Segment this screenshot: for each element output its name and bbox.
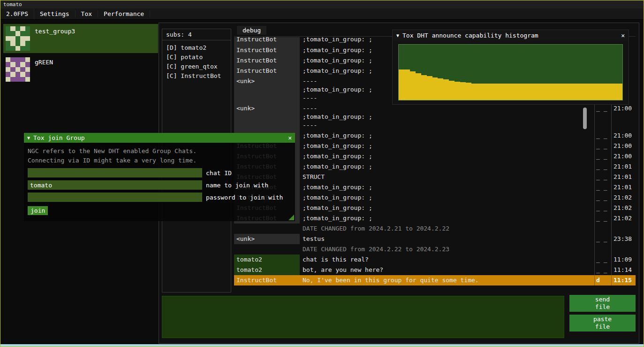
collapse-icon[interactable]: ▼ (396, 30, 399, 41)
histogram-bar (594, 84, 600, 100)
message-row: <unk>testus_ _23:38 (234, 234, 636, 244)
message-sender: InstructBot (234, 55, 300, 66)
send-file-button[interactable]: send file (569, 295, 636, 312)
join-description-line1: NGC refers to the New DHT enabled Group … (28, 147, 291, 156)
message-flags: _ _ (594, 172, 611, 182)
message-sender: <unk> (234, 234, 300, 244)
subs-item: [C] InstructBot (166, 71, 227, 81)
histogram-bar (561, 84, 567, 100)
histogram-bar (567, 84, 572, 100)
message-sender: tomato2 (234, 265, 300, 275)
close-icon[interactable]: ✕ (621, 30, 625, 41)
histogram-bar (477, 84, 483, 100)
menu-settings[interactable]: Settings (34, 10, 76, 17)
histogram-bar (583, 84, 589, 100)
date-separator-row: DATE CHANGED from 2024.2.22 to 2024.2.23 (234, 244, 636, 254)
message-text: bot, are you new here? (300, 265, 594, 275)
message-time: 21:01 (611, 172, 636, 182)
message-row: InstructBotNo, I've been in this group f… (234, 275, 636, 285)
message-text: STRUCT (300, 172, 594, 182)
message-sender: InstructBot (234, 275, 300, 285)
histogram-bar (500, 84, 505, 100)
message-sender (234, 224, 300, 234)
message-sender: tomato2 (234, 254, 300, 265)
message-text: ;tomato_in_group: ; (300, 182, 594, 193)
message-row: tomato2bot, are you new here?_ _11:14 (234, 265, 636, 275)
collapse-icon[interactable]: ▼ (27, 133, 30, 143)
join-button[interactable]: join (28, 206, 48, 215)
group-avatar (6, 26, 30, 51)
message-time: 21:00 (611, 151, 636, 162)
message-sender: <unk> (234, 103, 300, 131)
histogram-bar (550, 84, 555, 100)
histogram-bar (483, 84, 488, 100)
join-group-body: NGC refers to the New DHT enabled Group … (24, 143, 295, 221)
subs-item: [D] tomato2 (166, 43, 227, 53)
window-bottom-edge (0, 344, 644, 347)
histogram-bar (494, 84, 500, 100)
message-time: 21:00 (611, 103, 636, 131)
menu-items: SettingsToxPerformance (34, 8, 150, 19)
group-list: test_group3gREEN (3, 24, 158, 86)
histogram-bar (544, 84, 550, 100)
group-avatar (6, 57, 30, 82)
resize-grip-icon[interactable] (288, 215, 294, 220)
menu-performance[interactable]: Performance (98, 10, 150, 17)
message-flags: _ _ (594, 141, 611, 151)
paste-file-button[interactable]: paste file (569, 315, 636, 332)
message-sender: InstructBot (234, 45, 300, 55)
message-text: ;tomato_in_group: ; (300, 141, 594, 151)
histogram-window: ▼ Tox DHT announce capability histogram … (392, 30, 629, 105)
message-sender: InstructBot (234, 37, 300, 45)
message-time (611, 244, 636, 254)
histogram-bar (438, 78, 443, 100)
message-flags: _ _ (594, 193, 611, 203)
histogram-bar (421, 75, 427, 100)
tab-debug[interactable]: debug (237, 26, 266, 35)
message-time: 21:02 (611, 193, 636, 203)
message-time: 11:14 (611, 265, 636, 275)
histogram-bar (449, 81, 455, 100)
histogram-bar (443, 79, 449, 100)
join-group-title: Tox join Group (33, 133, 85, 143)
join-password-row: password to join with (28, 193, 291, 202)
message-flags: _ _ (594, 234, 611, 244)
histogram-bar (589, 84, 594, 100)
chat-id-label: chat ID (206, 170, 232, 177)
subs-item: [C] potato (166, 53, 227, 62)
message-time: 21:01 (611, 162, 636, 172)
message-time: 11:15 (611, 275, 636, 285)
group-item-gREEN[interactable]: gREEN (3, 55, 158, 84)
message-input[interactable] (162, 296, 564, 338)
histogram-bar (606, 84, 611, 100)
histogram-bar (404, 69, 410, 100)
menu-tox[interactable]: Tox (76, 10, 98, 17)
histogram-bar (600, 84, 606, 100)
histogram-bar (533, 84, 538, 100)
histogram-bar (399, 69, 404, 100)
message-flags: d (594, 275, 611, 285)
message-time: 21:02 (611, 203, 636, 213)
scrollbar-thumb[interactable] (583, 108, 587, 129)
menu-bar: 2.0FPS SettingsToxPerformance (0, 8, 644, 20)
histogram-bar (410, 71, 416, 100)
message-text: ---- ;tomato_in_group: ; ---- (300, 103, 594, 131)
histogram-bar (527, 84, 533, 100)
histogram-bar (522, 84, 527, 100)
histogram-bar (611, 84, 617, 100)
histogram-bar (505, 84, 511, 100)
message-text: chat is this real? (300, 254, 594, 265)
group-item-test_group3[interactable]: test_group3 (3, 24, 158, 53)
chat-id-input[interactable] (28, 168, 202, 177)
message-text: DATE CHANGED from 2024.2.21 to 2024.2.22 (300, 224, 594, 234)
window-title: tomato (3, 1, 22, 8)
join-name-input[interactable] (28, 180, 202, 190)
message-row: <unk>---- ;tomato_in_group: ; ----_ _21:… (234, 103, 636, 131)
close-icon[interactable]: ✕ (288, 133, 292, 143)
join-password-input[interactable] (28, 193, 202, 202)
message-time: 11:09 (611, 254, 636, 265)
join-name-row: name to join with (28, 180, 291, 190)
message-flags: _ _ (594, 254, 611, 265)
message-time: 21:00 (611, 131, 636, 141)
histogram-title: Tox DHT announce capability histogram (402, 30, 538, 41)
